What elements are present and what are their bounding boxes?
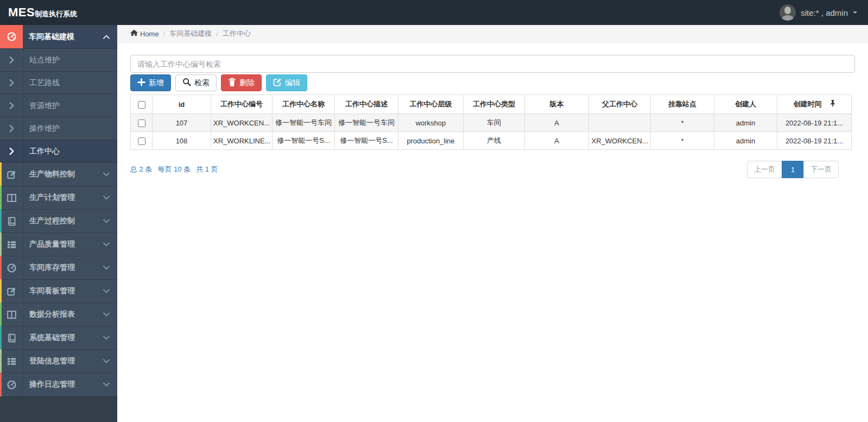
sidebar-group-label: 产品质量管理 [23,240,75,249]
cell-code: XR_WORKCEN... [211,114,273,132]
sidebar-group-label: 生产过程控制 [23,216,75,226]
prev-page-button[interactable]: 上一页 [747,161,782,178]
sidebar-group-2[interactable]: 生产计划管理 [0,186,117,210]
sidebar-group-4[interactable]: 产品质量管理 [0,233,117,256]
sidebar-subitem-3[interactable]: 资源维护 [0,95,117,117]
list-icon [0,350,23,373]
search-icon [182,78,191,88]
sidebar-subitem-2[interactable]: 工艺路线 [0,72,117,95]
avatar-head [784,7,791,14]
book-icon [0,326,23,349]
table-header-row: id工作中心编号工作中心名称工作中心描述工作中心层级工作中心类型版本父工作中心挂… [131,95,852,114]
cell-parent: XR_WORKCEN... [589,132,651,150]
header-name: 工作中心名称 [273,95,335,114]
sidebar-group-active[interactable]: 车间基础建模 [0,25,117,49]
group-accent-strip [0,209,2,233]
row-checkbox[interactable] [138,119,145,127]
topbar: MES制造执行系统 site:* , admin [0,0,868,25]
cell-version: A [525,132,589,150]
cell-version: A [525,114,589,132]
chevron-up-icon [103,25,110,48]
user-menu[interactable]: site:* , admin [780,4,868,21]
pin-icon[interactable] [830,100,835,109]
sidebar-group-1[interactable]: 生产物料控制 [0,163,117,186]
next-page-button[interactable]: 下一页 [803,161,839,178]
chevron-right-icon [0,49,23,71]
sidebar-submenu: 站点维护工艺路线资源维护操作维护工作中心 [0,49,117,163]
table-row-2[interactable]: 108XR_WORKLINE...修一智能一号S...修一智能一号S...pro… [131,132,852,150]
cell-created: 2022-08-19 21:1... [777,114,852,132]
sidebar-group-label: 车间基础建模 [23,32,74,42]
current-page-button[interactable]: 1 [782,161,804,178]
sidebar-group-10[interactable]: 操作日志管理 [0,373,117,396]
cell-parent [589,114,651,132]
select-all-checkbox[interactable] [138,101,145,109]
main-content: Home / 车间基础建模 / 工作中心 新增 检索 删除 编辑 [117,25,868,422]
breadcrumb-separator: / [163,30,166,38]
search-input[interactable] [130,55,855,73]
header-created: 创建时间 [777,95,852,114]
sidebar-groups: 生产物料控制生产计划管理生产过程控制产品质量管理车间库存管理车间看板管理数据分析… [0,163,117,396]
app-logo-primary: MES [8,5,35,19]
sidebar-group-label: 车间看板管理 [23,286,75,296]
pagination-summary-2: 每页 10 条 [157,165,191,174]
gauge-icon [0,25,23,48]
row-checkbox[interactable] [138,137,145,145]
cell-desc: 修一智能一号车间 [335,114,398,132]
search-button[interactable]: 检索 [175,74,217,91]
breadcrumb-separator: / [216,30,218,38]
header-type: 工作中心类型 [464,95,525,114]
chevron-down-icon [103,210,110,232]
sidebar-group-5[interactable]: 车间库存管理 [0,256,117,280]
sidebar-subitem-label: 工作中心 [23,147,60,156]
chevron-down-icon [103,280,110,303]
sidebar-subitem-1[interactable]: 站点维护 [0,49,117,72]
cell-creator: admin [714,132,777,150]
group-accent-strip [0,279,2,303]
chevron-right-icon [0,72,23,94]
group-accent-strip [0,373,2,396]
breadcrumb-home[interactable]: Home [130,29,159,38]
sidebar-subitem-4[interactable]: 操作维护 [0,117,117,140]
cell-site: * [651,114,714,132]
header-version: 版本 [525,95,589,114]
row-checkbox-cell [131,132,153,150]
cell-desc: 修一智能一号S... [335,132,398,150]
sidebar-group-8[interactable]: 系统基础管理 [0,326,117,350]
header-level: 工作中心层级 [398,95,464,114]
sidebar-group-label: 生产计划管理 [23,193,75,203]
sidebar-subitem-5[interactable]: 工作中心 [0,140,117,163]
header-code: 工作中心编号 [211,95,273,114]
table-row-1[interactable]: 107XR_WORKCEN...修一智能一号车间修一智能一号车间workshop… [131,114,852,132]
pagination-bar: 总 2 条每页 10 条共 1 页 上一页 1 下一页 [130,161,855,178]
columns-icon [0,303,23,326]
sidebar-subitem-label: 工艺路线 [23,78,60,88]
delete-button[interactable]: 删除 [221,74,262,91]
sidebar-group-6[interactable]: 车间看板管理 [0,280,117,303]
chevron-right-icon [0,140,23,162]
chevron-down-icon [103,350,110,373]
add-button[interactable]: 新增 [130,74,171,91]
group-accent-strip [0,232,2,256]
cell-site: * [651,132,714,150]
gauge-icon [0,256,23,279]
pagination-summary-3: 共 1 页 [196,165,218,174]
content-area: 新增 检索 删除 编辑 id工作中心编号工作中心名称工作中心描述工作中心层级工作… [117,43,868,178]
edit-button[interactable]: 编辑 [266,74,307,91]
breadcrumb-item-1: 车间基础建模 [169,29,212,39]
chevron-down-icon [103,256,110,279]
sidebar-group-9[interactable]: 登陆信息管理 [0,350,117,373]
cell-name: 修一智能一号车间 [273,114,335,132]
book-icon [0,210,23,232]
breadcrumb-home-label: Home [140,30,159,38]
header-site: 挂靠站点 [651,95,714,114]
sidebar-group-7[interactable]: 数据分析报表 [0,303,117,326]
header-checkbox-cell [131,95,153,114]
toolbar: 新增 检索 删除 编辑 [130,74,855,91]
sidebar-group-3[interactable]: 生产过程控制 [0,210,117,233]
sidebar-subitem-label: 操作维护 [23,124,60,134]
cell-type: 车间 [464,114,525,132]
chevron-right-icon [0,95,23,117]
app-logo[interactable]: MES制造执行系统 [0,5,117,20]
breadcrumb: Home / 车间基础建模 / 工作中心 [117,25,868,43]
